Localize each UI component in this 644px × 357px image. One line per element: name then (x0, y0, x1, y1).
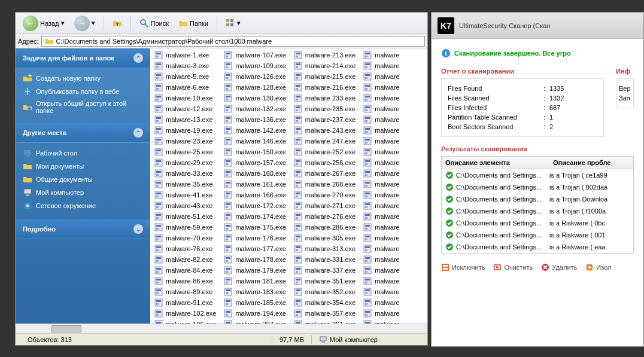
file-item[interactable]: malware-268.exe (292, 179, 357, 190)
file-item[interactable]: malware-247.exe (292, 136, 357, 147)
back-button[interactable]: ← Назад ▾ (19, 14, 68, 32)
file-item[interactable]: malware-5.exe (153, 71, 217, 82)
file-item[interactable]: malware (362, 297, 401, 308)
file-item[interactable]: malware-179.exe (222, 265, 287, 276)
file-item[interactable]: malware-150.exe (222, 147, 287, 157)
file-item[interactable]: malware (362, 319, 401, 324)
forward-button[interactable]: → ▾ (71, 14, 99, 32)
file-item[interactable]: malware-361.exe (292, 319, 357, 324)
file-item[interactable]: malware (362, 125, 401, 136)
file-item[interactable]: malware (362, 233, 401, 243)
file-item[interactable]: malware-10.exe (153, 93, 217, 103)
horizontal-scrollbar[interactable] (16, 324, 427, 333)
file-item[interactable]: malware (362, 50, 401, 60)
file-item[interactable]: malware-237.exe (292, 114, 357, 125)
file-item[interactable]: malware-1.exe (153, 50, 217, 60)
result-row[interactable]: C:\Documents and Settings...is a Riskwar… (442, 229, 633, 241)
file-item[interactable]: malware-25.exe (153, 147, 217, 157)
file-item[interactable]: malware-107.exe (222, 50, 287, 60)
file-item[interactable]: malware-351.exe (292, 276, 357, 286)
file-item[interactable]: malware (362, 276, 401, 286)
file-item[interactable]: malware (362, 190, 401, 200)
file-item[interactable]: malware-161.exe (222, 179, 287, 190)
file-item[interactable]: malware-51.exe (153, 211, 217, 222)
file-item[interactable]: malware (362, 265, 401, 276)
file-item[interactable]: malware-337.exe (292, 265, 357, 276)
file-item[interactable]: malware-128.exe (222, 82, 287, 93)
file-item[interactable]: malware-6.exe (153, 82, 217, 93)
file-item[interactable]: malware (362, 286, 401, 297)
file-item[interactable]: malware (362, 82, 401, 93)
file-item[interactable]: malware-207.exe (222, 319, 287, 324)
places-panel-head[interactable]: Другие места ⌃ (16, 123, 150, 143)
file-item[interactable]: malware (362, 308, 401, 319)
file-item[interactable]: malware-174.exe (222, 211, 287, 222)
file-item[interactable]: malware-175.exe (222, 222, 287, 233)
file-item[interactable]: malware-157.exe (222, 157, 287, 168)
file-item[interactable]: malware-178.exe (222, 254, 287, 265)
place-item[interactable]: Мой компьютер (23, 186, 143, 199)
file-item[interactable]: malware (362, 254, 401, 265)
file-item[interactable]: malware-109.exe (222, 60, 287, 71)
file-item[interactable]: malware-43.exe (153, 200, 217, 211)
file-item[interactable]: malware-86.exe (153, 276, 217, 286)
file-item[interactable]: malware (362, 136, 401, 147)
file-item[interactable]: malware (362, 114, 401, 125)
search-button[interactable]: Поиск (136, 17, 172, 29)
file-item[interactable]: malware (362, 200, 401, 211)
place-item[interactable]: Общие документы (23, 173, 143, 186)
file-item[interactable]: malware-106.exe (153, 319, 217, 324)
file-item[interactable]: malware-13.exe (153, 114, 217, 125)
place-item[interactable]: Мои документы (23, 160, 143, 173)
file-item[interactable]: malware-267.exe (292, 168, 357, 179)
file-item[interactable]: malware-331.exe (292, 254, 357, 265)
exclude-button[interactable]: Исключить (441, 263, 485, 271)
file-item[interactable]: malware-70.exe (153, 233, 217, 243)
address-input[interactable]: C:\Documents and Settings\Администратор\… (41, 36, 425, 47)
result-row[interactable]: C:\Documents and Settings...is a Trojan … (442, 205, 633, 217)
file-item[interactable]: malware-136.exe (222, 114, 287, 125)
file-item[interactable]: malware-130.exe (222, 93, 287, 103)
tasks-panel-head[interactable]: Задачи для файлов и папок ⌃ (16, 48, 150, 68)
file-item[interactable]: malware-183.exe (222, 286, 287, 297)
file-item[interactable]: malware-23.exe (153, 136, 217, 147)
file-item[interactable]: malware (362, 71, 401, 82)
file-item[interactable]: malware-215.exe (292, 71, 357, 82)
delete-button[interactable]: Удалить (541, 263, 577, 271)
file-item[interactable]: malware-160.exe (222, 168, 287, 179)
file-item[interactable]: malware-76.exe (153, 243, 217, 254)
file-item[interactable]: malware-3.exe (153, 60, 217, 71)
file-item[interactable]: malware-146.exe (222, 136, 287, 147)
file-item[interactable]: malware-276.exe (292, 211, 357, 222)
file-item[interactable]: malware-35.exe (153, 179, 217, 190)
file-item[interactable]: malware-233.exe (292, 93, 357, 103)
file-item[interactable]: malware-82.exe (153, 254, 217, 265)
result-row[interactable]: C:\Documents and Settings...is a Trojan … (442, 181, 633, 193)
file-item[interactable]: malware-286.exe (292, 222, 357, 233)
file-item[interactable]: malware (362, 222, 401, 233)
file-item[interactable]: malware-102.exe (153, 308, 217, 319)
file-item[interactable]: malware-89.exe (153, 286, 217, 297)
file-item[interactable]: malware-352.exe (292, 286, 357, 297)
result-row[interactable]: C:\Documents and Settings...is a Trojan-… (442, 193, 633, 205)
task-item[interactable]: Открыть общий доступ к этой папке (23, 98, 143, 116)
place-item[interactable]: Рабочий стол (23, 147, 143, 160)
views-button[interactable]: ▾ (222, 17, 244, 29)
file-item[interactable]: malware-172.exe (222, 200, 287, 211)
file-item[interactable]: malware-354.exe (292, 297, 357, 308)
file-item[interactable]: malware (362, 93, 401, 103)
file-item[interactable]: malware-305.exe (292, 233, 357, 243)
result-row[interactable]: C:\Documents and Settings...is a Trojan … (442, 169, 633, 181)
file-item[interactable]: malware (362, 103, 401, 114)
file-item[interactable]: malware-271.exe (292, 200, 357, 211)
result-row[interactable]: C:\Documents and Settings...is a Riskwar… (442, 217, 633, 229)
file-item[interactable]: malware-214.exe (292, 60, 357, 71)
file-item[interactable]: malware (362, 168, 401, 179)
file-item[interactable]: malware-59.exe (153, 222, 217, 233)
file-item[interactable]: malware-29.exe (153, 157, 217, 168)
file-item[interactable]: malware-185.exe (222, 297, 287, 308)
task-item[interactable]: +Создать новую папку (23, 72, 143, 85)
file-item[interactable]: malware-213.exe (292, 50, 357, 60)
place-item[interactable]: Сетевое окружение (23, 199, 143, 212)
file-item[interactable]: malware-19.exe (153, 125, 217, 136)
